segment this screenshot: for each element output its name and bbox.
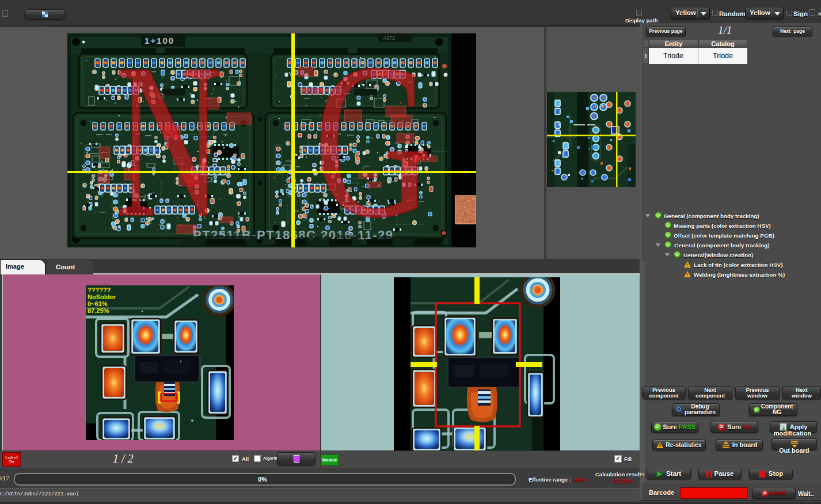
svg-text:87.25%: 87.25% — [88, 307, 109, 314]
svg-text:??????: ?????? — [88, 287, 111, 293]
svg-text:NoSolder: NoSolder — [88, 293, 116, 300]
svg-text:N: N — [116, 33, 223, 247]
svg-text:0~61%: 0~61% — [88, 300, 108, 307]
svg-text:G: G — [314, 33, 433, 247]
